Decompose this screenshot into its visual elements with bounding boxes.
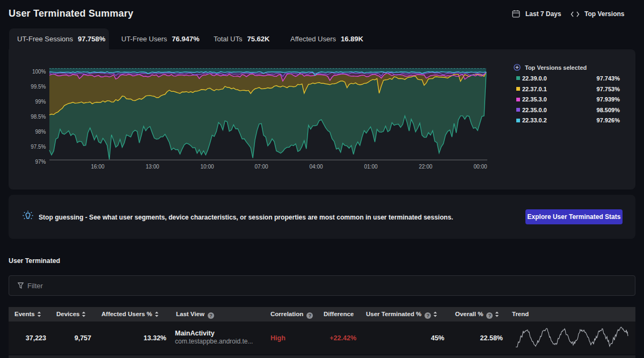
svg-text:99%: 99% bbox=[35, 99, 46, 105]
svg-text:98.5%: 98.5% bbox=[31, 114, 46, 120]
svg-text:13:00: 13:00 bbox=[145, 164, 159, 170]
svg-text:07:00: 07:00 bbox=[254, 164, 268, 170]
svg-text:97%: 97% bbox=[35, 159, 46, 165]
svg-text:01:00: 01:00 bbox=[364, 164, 377, 170]
svg-text:04:00: 04:00 bbox=[309, 164, 323, 170]
svg-text:10:00: 10:00 bbox=[200, 164, 214, 170]
svg-text:98%: 98% bbox=[35, 129, 46, 135]
svg-text:100%: 100% bbox=[32, 69, 46, 75]
svg-text:22:00: 22:00 bbox=[419, 164, 432, 170]
svg-text:99.5%: 99.5% bbox=[31, 84, 46, 90]
svg-text:16:00: 16:00 bbox=[91, 164, 104, 170]
svg-text:00:00: 00:00 bbox=[473, 164, 487, 170]
svg-text:97.5%: 97.5% bbox=[31, 144, 46, 150]
